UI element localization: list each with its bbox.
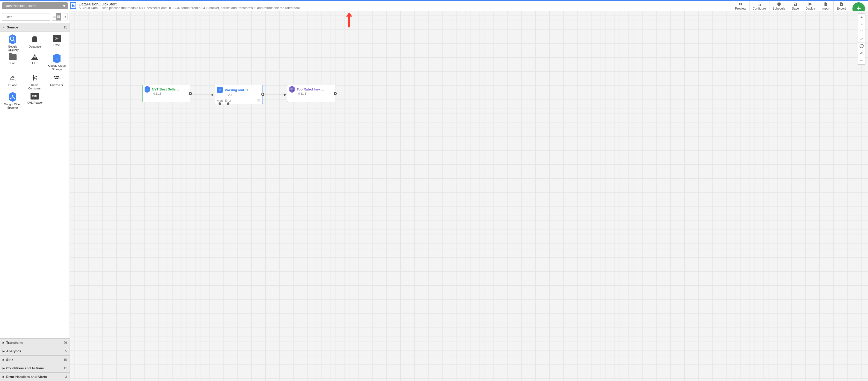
svg-rect-8	[54, 76, 55, 77]
xml-icon: XML	[31, 93, 39, 99]
svg-rect-12	[56, 78, 58, 79]
deploy-button[interactable]: Deploy	[802, 1, 818, 12]
s3-icon: S3	[53, 74, 61, 82]
save-button[interactable]: Save	[788, 1, 802, 12]
kafka-icon	[31, 74, 38, 82]
comment-icon: 💬	[860, 44, 864, 48]
align-button[interactable]: ⤢	[858, 35, 865, 43]
zoom-in-button[interactable]: +	[858, 14, 865, 21]
node-output-port[interactable]	[261, 93, 264, 96]
preview-button[interactable]: Preview	[732, 1, 749, 12]
canvas-tools: + − ⛶ ⤢ 💬 ↶ ↷	[858, 13, 865, 65]
chevron-left-icon: «	[64, 15, 66, 19]
plugin-excel[interactable]: X≡ Excel	[46, 35, 68, 52]
plugin-spanner[interactable]: Google Cloud Spanner	[2, 93, 24, 109]
caret-right-icon: ▶	[3, 358, 5, 361]
hbase-icon	[9, 74, 16, 82]
section-analytics[interactable]: ▶Analytics 5	[0, 347, 69, 355]
plugin-xml[interactable]: XML XML Reader	[24, 93, 46, 109]
plugin-bigquery[interactable]: Google BigQuery	[2, 35, 24, 52]
spanner-icon	[9, 94, 16, 100]
import-button[interactable]: Import	[818, 1, 833, 12]
filter-input[interactable]	[2, 13, 50, 21]
svg-text:S3: S3	[58, 77, 61, 80]
plugin-s3[interactable]: S3 Amazon S3	[46, 74, 68, 90]
caret-right-icon: ▶	[3, 375, 5, 378]
section-conditions[interactable]: ▶Conditions and Actions 11	[0, 364, 69, 373]
pipeline-type-dropdown[interactable]: Data Pipeline - Batch	[2, 2, 68, 9]
pipeline-description[interactable]: A Cloud Data Fusion pipeline that reads …	[79, 6, 732, 10]
node-nyt-source[interactable]: = NYT Best Selle… 0.11.3	[142, 85, 190, 102]
svg-point-5	[33, 80, 34, 81]
svg-point-4	[33, 77, 34, 78]
node-parsing-transform[interactable]: ⊞ Parsing and Tr… 3.2.3 Alert Error	[215, 85, 263, 104]
folder-icon	[9, 54, 17, 60]
alert-port[interactable]: Alert	[217, 99, 223, 102]
fit-button[interactable]: ⛶	[858, 28, 865, 35]
align-icon: ⤢	[860, 37, 863, 41]
schedule-button[interactable]: Schedule	[769, 1, 788, 12]
eye-icon	[738, 2, 743, 6]
node-top-rated-sink[interactable]: 🔍 Top Rated Inex… 0.11.3	[287, 85, 335, 102]
plus-icon: +	[861, 15, 863, 20]
redo-button[interactable]: ↷	[858, 57, 865, 64]
node-output-port[interactable]	[334, 92, 337, 95]
plugin-sidebar: « ▼Source 11 Google BigQuery Database X≡…	[0, 11, 70, 381]
svg-point-14	[12, 95, 13, 96]
undo-icon: ↶	[860, 52, 863, 56]
caret-right-icon: ▶	[3, 341, 5, 344]
export-button[interactable]: Export	[833, 1, 849, 12]
svg-point-2	[12, 76, 13, 77]
deploy-icon	[808, 2, 812, 6]
clock-icon	[777, 2, 781, 6]
excel-icon: X≡	[53, 35, 61, 42]
list-icon	[53, 15, 56, 19]
grid-icon	[57, 15, 61, 19]
section-sink[interactable]: ▶Sink 10	[0, 355, 69, 364]
plugin-ftp[interactable]: FTP FTP	[24, 54, 46, 71]
sliders-icon	[757, 2, 762, 6]
pipeline-name[interactable]: DataFusionQuickStart	[79, 2, 732, 6]
gcs-node-icon: =	[145, 87, 150, 92]
plugin-hbase[interactable]: HBase	[2, 74, 24, 90]
zoom-out-button[interactable]: −	[858, 21, 865, 28]
grid-view-button[interactable]	[56, 13, 61, 21]
caret-down-icon: ▼	[3, 26, 5, 29]
node-menu-button[interactable]	[329, 98, 333, 100]
plugin-kafka[interactable]: Kafka Consumer	[24, 74, 46, 90]
edge-2-3	[263, 95, 286, 95]
section-errors[interactable]: ▶Error Handlers and Alerts 3	[0, 373, 69, 381]
export-icon	[839, 2, 843, 6]
section-transform[interactable]: ▶Transform 26	[0, 338, 69, 347]
deploy-callout-arrow	[346, 12, 352, 27]
caret-right-icon: ▶	[3, 367, 5, 370]
pipeline-type-label: Data Pipeline - Batch	[5, 4, 36, 8]
section-source[interactable]: ▼Source 11	[0, 23, 69, 32]
svg-point-3	[33, 75, 34, 76]
minus-icon: −	[861, 23, 863, 27]
chevron-updown-icon	[63, 5, 65, 7]
svg-point-1	[32, 36, 37, 38]
node-output-port[interactable]	[189, 92, 192, 95]
collapse-sidebar-button[interactable]: «	[63, 13, 67, 21]
edge-1-2	[190, 95, 213, 95]
redo-icon: ↷	[860, 59, 863, 63]
svg-rect-11	[55, 78, 56, 79]
plugin-database[interactable]: Database	[24, 35, 46, 52]
configure-button[interactable]: Configure	[749, 1, 769, 12]
import-icon	[824, 2, 828, 6]
comment-button[interactable]: 💬	[858, 43, 865, 50]
node-menu-button[interactable]	[257, 99, 260, 102]
list-view-button[interactable]	[52, 13, 56, 21]
top-bar: Data Pipeline - Batch E DataFusionQuickS…	[0, 0, 868, 11]
node-menu-button[interactable]	[184, 98, 188, 100]
plugin-gcs[interactable]: = Google Cloud Storage	[46, 54, 68, 71]
save-icon	[793, 2, 797, 6]
svg-point-7	[36, 78, 37, 80]
database-icon	[31, 36, 38, 43]
pipeline-canvas[interactable]: + − ⛶ ⤢ 💬 ↶ ↷ = NYT Best Selle…	[70, 11, 868, 381]
plugin-file[interactable]: File	[2, 54, 24, 71]
source-plugins: Google BigQuery Database X≡ Excel File F…	[0, 32, 69, 113]
error-port[interactable]: Error	[225, 99, 231, 102]
undo-button[interactable]: ↶	[858, 50, 865, 57]
